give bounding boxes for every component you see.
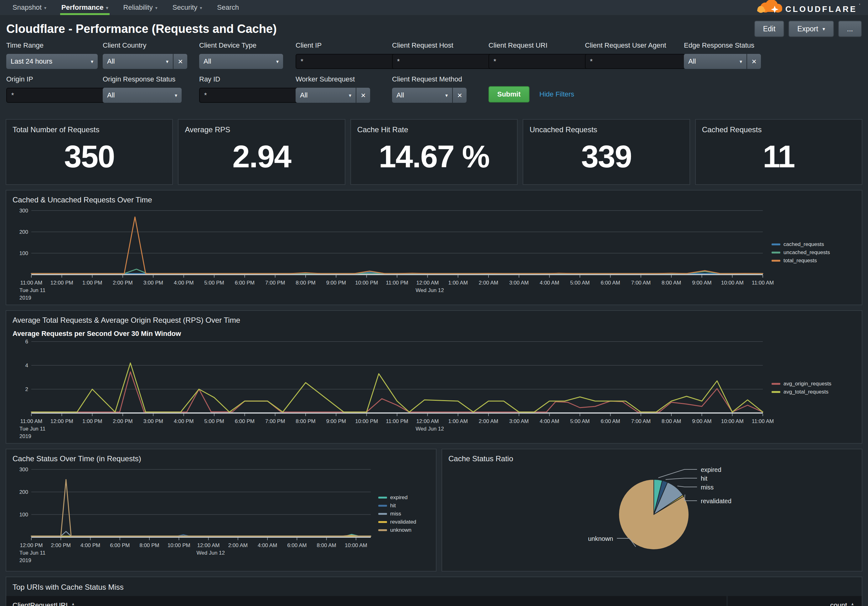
top-nav: Snapshot▾Performance▾Reliability▾Securit… — [0, 0, 868, 15]
legend-item-avg-origin-requests[interactable]: avg_origin_requests — [772, 381, 857, 387]
svg-text:Tue Jun 11: Tue Jun 11 — [19, 550, 45, 556]
legend-swatch — [378, 497, 387, 499]
nav-item-security[interactable]: Security▾ — [165, 0, 210, 15]
svg-text:12:00 PM: 12:00 PM — [50, 418, 73, 424]
origin-response-status-select[interactable]: All▾ — [103, 88, 181, 103]
legend-item-uncached-requests[interactable]: uncached_requests — [772, 249, 857, 256]
uri-column-header[interactable]: ClientRequestURI ▲▼ — [6, 596, 727, 606]
cache-status-over-time-plot: 10020030012:00 PMTue Jun 1120192:00 PM4:… — [11, 465, 375, 563]
pie-label-unknown: unknown — [588, 535, 613, 542]
filter-time-range: Time RangeLast 24 hours▾ — [6, 41, 98, 69]
edit-button[interactable]: Edit — [754, 21, 784, 37]
sort-icon[interactable]: ▲▼ — [71, 603, 75, 606]
more-options-button[interactable]: ... — [838, 21, 862, 37]
chevron-down-icon: ▾ — [736, 59, 742, 65]
client-request-method-select[interactable]: All▾ — [392, 88, 452, 103]
edge-response-status-clear-button[interactable]: × — [747, 54, 761, 69]
legend-label: miss — [390, 511, 401, 517]
client-country-clear-button[interactable]: × — [174, 54, 187, 69]
client-country-select[interactable]: All▾ — [103, 54, 173, 69]
stat-label: Cache Hit Rate — [357, 125, 408, 134]
svg-text:10:00 PM: 10:00 PM — [355, 280, 378, 286]
svg-text:2:00 AM: 2:00 AM — [228, 542, 248, 549]
filter-ray-id: Ray ID — [199, 75, 291, 103]
svg-text:4:00 PM: 4:00 PM — [174, 418, 194, 424]
pie-label-revalidated: revalidated — [701, 497, 732, 505]
svg-text:6:00 AM: 6:00 AM — [287, 542, 307, 549]
legend-label: total_requests — [783, 258, 817, 264]
worker-subrequest-select[interactable]: All▾ — [296, 88, 356, 103]
legend-item-cached-requests[interactable]: cached_requests — [772, 241, 857, 247]
submit-button[interactable]: Submit — [488, 86, 530, 103]
svg-text:4:00 AM: 4:00 AM — [539, 280, 559, 286]
chevron-down-icon: ▾ — [162, 59, 169, 65]
worker-subrequest-clear-button[interactable]: × — [356, 88, 370, 103]
svg-text:6:00 PM: 6:00 PM — [235, 280, 254, 286]
requests-over-time-legend: cached_requestsuncached_requeststotal_re… — [772, 241, 857, 264]
nav-item-snapshot[interactable]: Snapshot▾ — [5, 0, 54, 15]
client-request-uri-input[interactable] — [488, 54, 589, 69]
svg-text:Wed Jun 12: Wed Jun 12 — [415, 287, 444, 293]
edge-response-status-select[interactable]: All▾ — [684, 54, 747, 69]
export-button[interactable]: Export▾ — [789, 21, 834, 37]
stat-value: 14.67 % — [351, 138, 517, 174]
filter-actions: SubmitHide Filters — [488, 86, 765, 103]
count-column-header[interactable]: count ▲▼ — [728, 596, 862, 606]
svg-text:2:00 PM: 2:00 PM — [113, 280, 132, 286]
svg-text:10:00 AM: 10:00 AM — [721, 280, 744, 286]
select-value: All — [688, 57, 696, 65]
svg-text:6:00 AM: 6:00 AM — [601, 418, 620, 424]
avg-rps-over-time-plot: 24611:00 AMTue Jun 11201912:00 PM1:00 PM… — [11, 338, 768, 438]
header-buttons: Edit Export▾ ... — [754, 21, 862, 37]
legend-label: avg_total_requests — [783, 389, 829, 395]
svg-text:12:00 AM: 12:00 AM — [416, 418, 439, 424]
cloudflare-performance-dashboard: Snapshot▾Performance▾Reliability▾Securit… — [0, 0, 868, 606]
panel-avg-rps: Average Total Requests & Average Origin … — [6, 310, 862, 444]
legend-item-revalidated[interactable]: revalidated — [378, 519, 431, 525]
hide-filters-link[interactable]: Hide Filters — [539, 90, 574, 98]
filter-label: Client Request User Agent — [585, 41, 679, 50]
stat-value: 350 — [6, 138, 172, 174]
legend-label: unknown — [390, 527, 411, 533]
client-device-type-select[interactable]: All▾ — [199, 54, 283, 69]
legend-item-expired[interactable]: expired — [378, 494, 431, 501]
filter-label: Origin IP — [6, 75, 98, 83]
client-ip-input[interactable] — [296, 54, 396, 69]
client-request-host-input[interactable] — [392, 54, 492, 69]
page-title: Cloudflare - Performance (Requests and C… — [6, 22, 277, 36]
table-header: ClientRequestURI ▲▼ count ▲▼ — [6, 596, 862, 606]
legend-item-unknown[interactable]: unknown — [378, 527, 431, 533]
client-request-method-clear-button[interactable]: × — [453, 88, 467, 103]
svg-text:9:00 PM: 9:00 PM — [326, 280, 346, 286]
legend-item-total-requests[interactable]: total_requests — [772, 258, 857, 264]
nav-item-performance[interactable]: Performance▾ — [54, 0, 116, 15]
chevron-down-icon: ▾ — [106, 5, 108, 10]
legend-item-hit[interactable]: hit — [378, 503, 431, 509]
time-range-select[interactable]: Last 24 hours▾ — [6, 54, 98, 69]
svg-text:11:00 AM: 11:00 AM — [20, 280, 43, 286]
svg-text:8:00 PM: 8:00 PM — [296, 280, 315, 286]
chevron-down-icon: ▾ — [442, 92, 448, 98]
svg-text:2019: 2019 — [19, 434, 31, 439]
svg-text:7:00 PM: 7:00 PM — [265, 280, 285, 286]
filters-row-2: Origin IPOrigin Response StatusAll▾Ray I… — [6, 75, 862, 103]
client-request-user-agent-input[interactable] — [585, 54, 685, 69]
panel-title: Cache Status Over Time (in Requests) — [12, 454, 431, 463]
stat-card-uncached-requests: Uncached Requests339 — [522, 119, 690, 185]
legend-label: expired — [390, 494, 408, 501]
nav-item-search[interactable]: Search — [209, 0, 246, 15]
legend-item-miss[interactable]: miss — [378, 511, 431, 517]
stat-value: 11 — [696, 138, 862, 174]
select-value: All — [300, 91, 307, 99]
nav-item-reliability[interactable]: Reliability▾ — [116, 0, 165, 15]
svg-text:3:00 PM: 3:00 PM — [143, 418, 163, 424]
svg-text:10:00 AM: 10:00 AM — [345, 542, 367, 549]
svg-text:7:00 PM: 7:00 PM — [265, 418, 285, 424]
panel-top-uris: Top URIs with Cache Status Miss ClientRe… — [6, 576, 862, 606]
select-value: Last 24 hours — [11, 57, 52, 65]
origin-ip-input[interactable] — [6, 88, 107, 103]
legend-swatch — [772, 244, 780, 246]
ray-id-input[interactable] — [199, 88, 299, 103]
legend-item-avg-total-requests[interactable]: avg_total_requests — [772, 389, 857, 395]
sort-icon[interactable]: ▲▼ — [851, 603, 854, 606]
